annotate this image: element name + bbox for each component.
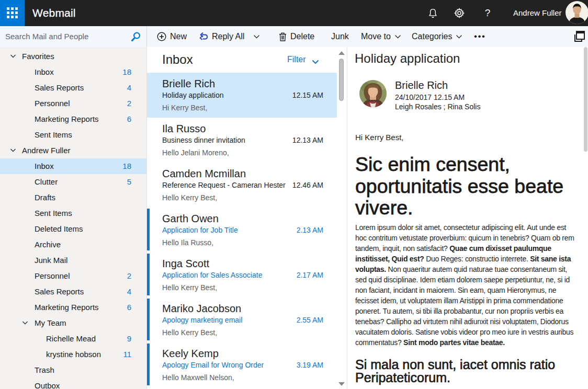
sidebar-folder-andrew-fuller[interactable]: Andrew Fuller: [0, 143, 146, 158]
sidebar-folder-inbox[interactable]: Inbox18: [0, 64, 146, 80]
sidebar-folder-sales-reports[interactable]: Sales Reports4: [0, 80, 146, 96]
email-list-item[interactable]: Garth OwenApplication for Job Title2.13 …: [147, 208, 337, 253]
email-list-item[interactable]: Ila RussoBusiness dinner invitation12.13…: [147, 118, 337, 163]
more-commands-button[interactable]: •••: [474, 26, 485, 47]
sidebar-folder-trash[interactable]: Trash: [0, 362, 146, 378]
chevron-down-icon[interactable]: [22, 320, 28, 326]
sidebar-folder-sent-items[interactable]: Sent Items: [0, 127, 146, 143]
sidebar-folder-my-team[interactable]: My Team: [0, 315, 146, 331]
list-scrollbar-thumb[interactable]: [339, 59, 344, 101]
scroll-down-arrow-icon[interactable]: [338, 382, 345, 386]
sidebar-folder-personnel[interactable]: Personnel2: [0, 96, 146, 111]
unread-count-badge: 2: [127, 96, 131, 111]
top-bar: Webmail ? Andrew Fuller: [0, 0, 588, 26]
email-heading-1: Sic enim censent, oportunitatis esse bea…: [355, 154, 577, 219]
search-icon[interactable]: [130, 31, 142, 44]
unread-indicator-bar: [147, 344, 150, 385]
categories-dropdown-chevron[interactable]: [456, 33, 462, 40]
webmail-app: Webmail ? Andrew Fuller: [0, 0, 588, 389]
email-list-item[interactable]: Brielle RichHoliday application12.15 AMH…: [147, 73, 337, 118]
sender-name[interactable]: Brielle Rich: [395, 79, 448, 91]
delete-button[interactable]: Delete: [279, 26, 314, 47]
sidebar-folder-drafts[interactable]: Drafts: [0, 190, 146, 205]
folder-label: Sales Reports: [35, 80, 84, 96]
trash-icon: [279, 32, 287, 41]
scroll-up-arrow-icon[interactable]: [338, 51, 345, 55]
reading-scrollbar[interactable]: [584, 47, 587, 389]
folder-label: Archive: [35, 237, 61, 253]
filter-button[interactable]: Filter: [287, 55, 306, 64]
sidebar-folder-marketing-reports[interactable]: Marketing Reports6: [0, 300, 146, 315]
categories-button[interactable]: Categories: [412, 26, 462, 47]
sidebar-folder-deleted-items[interactable]: Deleted Items: [0, 221, 146, 237]
email-list-item[interactable]: Mariko JacobsonApology marketing email2.…: [147, 298, 337, 342]
unread-count-badge: 4: [127, 80, 131, 96]
folder-label: Andrew Fuller: [22, 143, 71, 158]
reading-pane-button[interactable]: [574, 26, 585, 47]
sidebar-folder-sent-items[interactable]: Sent Items: [0, 205, 146, 221]
chevron-down-icon[interactable]: [10, 53, 16, 59]
sender-avatar[interactable]: [359, 80, 387, 107]
email-preview: Hello Kerry Best,: [162, 328, 217, 337]
settings-button[interactable]: [449, 0, 470, 26]
folder-label: Clutter: [35, 174, 58, 190]
app-launcher-button[interactable]: [0, 0, 25, 26]
sidebar-folder-outbox[interactable]: Outbox: [0, 378, 146, 389]
folder-label: Marketing Reports: [35, 300, 99, 315]
email-list-item[interactable]: Camden McmillanReference Request - Camer…: [147, 163, 337, 208]
junk-button[interactable]: Junk: [331, 26, 349, 47]
command-bar: New Reply All Delete Junk Move to: [147, 26, 588, 47]
folder-label: Trash: [35, 362, 54, 378]
move-to-button[interactable]: Move to: [361, 26, 401, 47]
folder-label: Favorites: [22, 49, 54, 64]
folder-label: Deleted Items: [35, 221, 83, 237]
sidebar-folder-sales-reports[interactable]: Sales Reports4: [0, 284, 146, 300]
email-list-item[interactable]: Keely KempApology Email for Wrong Order3…: [147, 342, 337, 387]
sidebar-folder-favorites[interactable]: Favorites: [0, 49, 146, 64]
folder-label: Junk Mail: [35, 253, 67, 268]
sidebar-folder-marketing-reports[interactable]: Marketing Reports6: [0, 111, 146, 127]
search-placeholder: Search Mail and People: [5, 26, 88, 47]
folder-label: Richelle Mead: [46, 331, 96, 347]
chevron-down-icon[interactable]: [10, 147, 16, 153]
sidebar-folder-personnel[interactable]: Personnel2: [0, 268, 146, 284]
sidebar-folder-junk-mail[interactable]: Junk Mail: [0, 253, 146, 268]
email-subject: Apology Email for Wrong Order: [162, 361, 264, 369]
folder-label: Inbox: [35, 64, 54, 80]
user-menu[interactable]: Andrew Fuller: [513, 0, 562, 26]
filter-chevron[interactable]: [312, 58, 319, 67]
list-scrollbar[interactable]: [337, 47, 347, 389]
reply-all-dropdown-chevron[interactable]: [253, 33, 260, 40]
sidebar-folder-krystine-hobson[interactable]: krystine hobson11: [0, 347, 146, 362]
email-paragraph: Lorem ipsum dolor sit amet, consectetur …: [355, 222, 577, 348]
email-sender: Camden Mcmillan: [162, 168, 246, 180]
unread-indicator-bar: [147, 299, 150, 340]
help-icon: ?: [485, 7, 491, 19]
new-button[interactable]: New: [157, 26, 187, 47]
notifications-button[interactable]: [422, 0, 443, 26]
sidebar-folder-clutter[interactable]: Clutter5: [0, 174, 146, 190]
sidebar-folder-inbox[interactable]: Inbox18: [0, 158, 146, 174]
popout-window-icon: [574, 30, 585, 43]
unread-count-badge: 6: [127, 111, 131, 127]
email-subject: Apology marketing email: [162, 316, 242, 324]
user-avatar[interactable]: [566, 1, 588, 24]
help-button[interactable]: ?: [477, 0, 498, 26]
email-time: 2.13 AM: [297, 226, 323, 234]
move-to-dropdown-chevron[interactable]: [394, 33, 401, 40]
reading-scrollbar-thumb[interactable]: [584, 47, 587, 152]
folder-sidebar: FavoritesInbox18Sales Reports4Personnel2…: [0, 47, 147, 389]
folder-label: Sales Reports: [35, 284, 84, 300]
reply-all-button[interactable]: Reply All: [199, 26, 260, 47]
email-list-item[interactable]: Inga ScottApplication for Sales Associat…: [147, 253, 337, 298]
app-launcher-grid-icon: [7, 7, 18, 18]
sidebar-folder-richelle-mead[interactable]: Richelle Mead9: [0, 331, 146, 347]
sidebar-folder-archive[interactable]: Archive: [0, 237, 146, 253]
folder-label: Outbox: [35, 378, 60, 389]
email-subject: Application for Sales Associate: [162, 271, 262, 279]
email-preview: Hi Kerry Best,: [162, 104, 207, 112]
folder-label: Drafts: [35, 190, 55, 205]
search-box[interactable]: Search Mail and People: [0, 26, 147, 47]
new-plus-icon: [157, 32, 166, 41]
unread-count-badge: 18: [122, 64, 131, 80]
